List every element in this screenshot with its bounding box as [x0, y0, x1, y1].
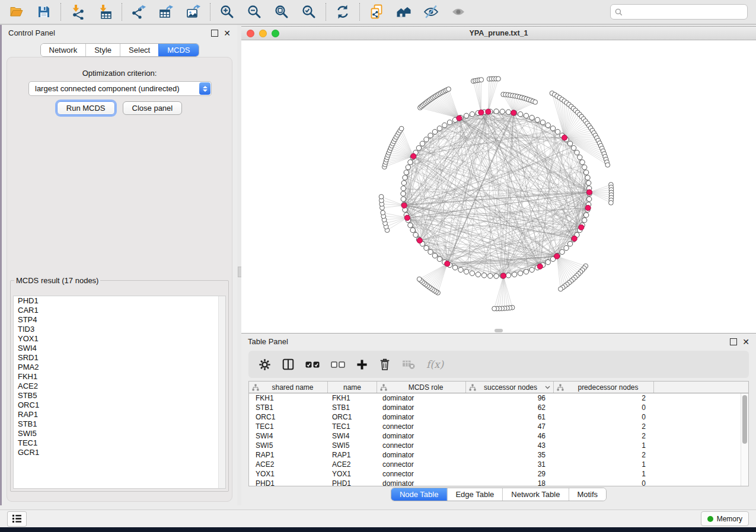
network-titlebar[interactable]: YPA_prune.txt_1: [241, 27, 756, 40]
control-panel-header: Control Panel ✕: [2, 25, 237, 41]
open-file-icon[interactable]: [8, 3, 25, 21]
cell-MCDS-role: connector: [377, 470, 466, 478]
table-scrollbar-thumb[interactable]: [742, 395, 747, 444]
save-session-icon[interactable]: [35, 3, 53, 21]
tab-node-table[interactable]: Node Table: [391, 488, 447, 501]
window-close-icon[interactable]: [247, 30, 254, 37]
column-header-successor-nodes[interactable]: successor nodes: [466, 382, 554, 393]
criterion-select[interactable]: largest connected component (undirected): [28, 81, 212, 96]
column-header-shared-name[interactable]: shared name: [249, 382, 328, 393]
table-row[interactable]: SWI5SWI5connector431: [249, 441, 741, 450]
mcds-node[interactable]: TEC1: [14, 438, 225, 448]
memory-button[interactable]: Memory: [701, 511, 749, 526]
first-neighbors-icon[interactable]: [395, 3, 413, 21]
table-row[interactable]: SWI4SWI4dominator462: [249, 431, 741, 441]
import-network-icon[interactable]: [69, 3, 87, 21]
cell-shared-name: TEC1: [249, 422, 328, 431]
column-header-predecessor-nodes[interactable]: predecessor nodes: [554, 382, 654, 393]
show-all-icon[interactable]: [449, 3, 467, 21]
mcds-node[interactable]: GCR1: [14, 448, 225, 457]
deselect-all-icon[interactable]: [331, 357, 345, 372]
mcds-node[interactable]: SWI5: [14, 429, 225, 438]
import-table-icon[interactable]: [96, 3, 114, 21]
mcds-node[interactable]: SWI4: [14, 344, 225, 353]
add-column-icon[interactable]: [356, 357, 368, 372]
window-minimize-icon[interactable]: [259, 30, 267, 37]
float-table-panel-icon[interactable]: [730, 338, 737, 345]
mcds-node[interactable]: YOX1: [14, 334, 225, 344]
vertical-splitter[interactable]: [237, 25, 241, 505]
export-table-icon[interactable]: [157, 3, 175, 21]
refresh-view-icon[interactable]: [334, 3, 352, 21]
columns-icon[interactable]: [282, 357, 294, 372]
mcds-list-scrollbar[interactable]: [218, 296, 225, 488]
table-row[interactable]: ACE2ACE2connector311: [249, 460, 741, 469]
window-maximize-icon[interactable]: [272, 30, 279, 37]
mcds-node[interactable]: FKH1: [14, 372, 225, 382]
close-panel-icon[interactable]: ✕: [224, 30, 231, 36]
zoom-fit-icon[interactable]: [273, 3, 291, 21]
table-row[interactable]: PHD1PHD1dominator180: [249, 479, 741, 486]
mcds-result-list[interactable]: PHD1CAR1STP4TID3YOX1SWI4SRD1PMA2FKH1ACE2…: [13, 296, 226, 489]
memory-label: Memory: [717, 515, 742, 523]
search-box[interactable]: [610, 4, 748, 20]
canvas-scrollbar-thumb[interactable]: [495, 329, 503, 332]
table-row[interactable]: ORC1ORC1dominator610: [249, 412, 741, 422]
mcds-node[interactable]: ORC1: [14, 400, 225, 410]
column-header-MCDS-role[interactable]: MCDS role: [377, 382, 466, 393]
zoom-selected-icon[interactable]: [300, 3, 318, 21]
mcds-node[interactable]: STB5: [14, 391, 225, 400]
network-graph[interactable]: [241, 40, 755, 332]
table-scrollbar[interactable]: [741, 393, 748, 486]
zoom-out-icon[interactable]: [245, 3, 263, 21]
cell-predecessor-nodes: 2: [554, 394, 654, 402]
mcds-node[interactable]: PHD1: [14, 296, 225, 306]
cell-MCDS-role: dominator: [377, 451, 466, 459]
float-panel-icon[interactable]: [211, 30, 218, 37]
tab-network-table[interactable]: Network Table: [502, 488, 568, 501]
mcds-node[interactable]: STB1: [14, 419, 225, 429]
node-table: shared namenameMCDS rolesuccessor nodesp…: [248, 381, 749, 486]
table-row[interactable]: FKH1FKH1dominator962: [249, 393, 741, 403]
close-table-panel-icon[interactable]: ✕: [742, 339, 749, 345]
network-canvas[interactable]: [241, 40, 756, 333]
task-history-button[interactable]: [7, 511, 27, 527]
gear-icon[interactable]: [259, 357, 271, 372]
cell-successor-nodes: 62: [466, 403, 554, 412]
table-row[interactable]: TEC1TEC1connector472: [249, 422, 741, 431]
zoom-in-icon[interactable]: [218, 3, 236, 21]
cell-MCDS-role: dominator: [377, 413, 466, 421]
mcds-node[interactable]: RAP1: [14, 410, 225, 419]
table-row[interactable]: RAP1RAP1dominator352: [249, 450, 741, 460]
mcds-node[interactable]: STP4: [14, 315, 225, 325]
delete-column-icon[interactable]: [379, 357, 391, 372]
optimization-criterion-label: Optimization criterion:: [7, 69, 232, 78]
mcds-node[interactable]: PMA2: [14, 363, 225, 372]
mcds-node[interactable]: ACE2: [14, 382, 225, 391]
table-row[interactable]: STB1STB1dominator620: [249, 403, 741, 412]
tab-style[interactable]: Style: [85, 44, 120, 56]
cell-MCDS-role: dominator: [377, 394, 466, 402]
tab-select[interactable]: Select: [120, 44, 158, 56]
mcds-node[interactable]: SRD1: [14, 353, 225, 363]
tab-motifs[interactable]: Motifs: [568, 488, 606, 501]
mcds-tab-content: Optimization criterion: largest connecte…: [7, 57, 232, 502]
hide-selected-icon[interactable]: [422, 3, 440, 21]
run-mcds-button[interactable]: Run MCDS: [57, 101, 115, 115]
tab-edge-table[interactable]: Edge Table: [446, 488, 502, 501]
cell-MCDS-role: dominator: [377, 479, 466, 486]
duplicate-network-icon[interactable]: [368, 3, 385, 21]
search-input[interactable]: [626, 7, 743, 17]
mcds-node[interactable]: TID3: [14, 325, 225, 334]
mcds-node[interactable]: CAR1: [14, 306, 225, 315]
export-network-icon[interactable]: [130, 3, 148, 21]
refresh-group: [326, 3, 359, 21]
close-panel-button[interactable]: Close panel: [123, 101, 183, 115]
column-header-name[interactable]: name: [328, 382, 377, 393]
select-all-icon[interactable]: [305, 357, 320, 372]
table-row[interactable]: YOX1YOX1connector291: [249, 469, 741, 479]
cell-name: YOX1: [328, 470, 377, 478]
tab-mcds[interactable]: MCDS: [158, 44, 198, 56]
tab-network[interactable]: Network: [40, 44, 85, 56]
export-image-icon[interactable]: [184, 3, 202, 21]
